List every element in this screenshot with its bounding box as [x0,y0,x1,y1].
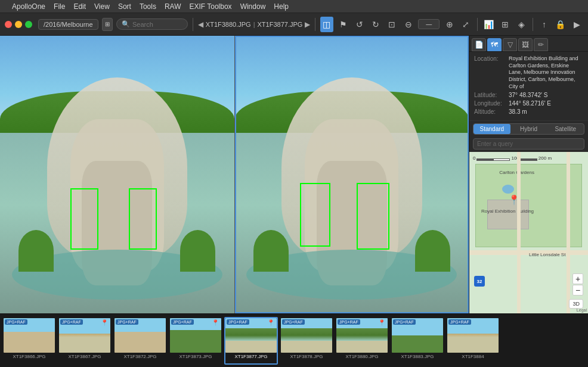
film-label-f3884: XT1F3884 [447,354,499,359]
film-badge-f3877: JPG+RAF [227,319,249,325]
path-label[interactable]: /2016/Melbourne [38,19,98,30]
filmstrip-item-f3872[interactable]: JPG+RAFXT1F3872.JPG [113,317,167,365]
map-location-pin: 📍 [508,194,520,206]
map-zoom-out[interactable]: − [572,285,583,296]
film-label-f3877: XT1F3877.JPG [225,354,277,359]
filmstrip-item-f3880[interactable]: JPG+RAF📍XT1F3880.JPG [335,317,389,365]
menu-tools[interactable]: Tools [136,1,160,12]
zoom-out-button[interactable]: ⊖ [402,17,414,32]
film-label-f3878: XT1F3878.JPG [281,354,332,359]
filmstrip-item-f3877[interactable]: JPG+RAF📍XT1F3877.JPG [224,317,278,365]
film-label-f3867: XT1F3867.JPG [59,354,110,359]
menu-sort[interactable]: Sort [114,1,135,12]
close-button[interactable] [5,21,12,28]
film-badge-f3872: JPG+RAF [116,319,138,325]
rp-tab-map[interactable]: 🗺 [487,38,502,51]
filename-display: ◀ XT1F3880.JPG | XT1F3877.JPG ▶ [198,20,311,29]
film-label-f3883: XT1F3883.JPG [392,354,443,359]
filmstrip-item-f3873[interactable]: JPG+RAF📍XT1F3873.JPG [169,317,222,365]
nav-right-arrow[interactable]: ▶ [305,20,310,29]
map-zoom-in[interactable]: + [572,273,583,284]
map-label-road: Little Lonsdale St [529,252,565,257]
longitude-value: 144° 58.2716′ E [509,100,551,107]
film-badge-f3866: JPG+RAF [5,319,27,325]
histogram-button[interactable]: 📊 [482,17,495,32]
map-3d-button[interactable]: 3D [569,299,583,309]
zoom-fit-button[interactable]: ⤢ [460,17,472,32]
rp-tab-doc[interactable]: 📄 [472,38,486,51]
current-filename-1: XT1F3880.JPG [206,21,251,28]
menu-file[interactable]: File [50,1,69,12]
latitude-label: Latitude: [474,92,509,98]
filmstrip-item-f3878[interactable]: JPG+RAFXT1F3878.JPG [280,317,333,365]
search-box: 🔍 [116,18,188,30]
location-label: Location: [474,55,509,90]
film-pin-f3880: 📍 [378,319,385,326]
rp-tab-pencil[interactable]: ✏ [534,38,548,51]
latitude-value: 37° 48.3742′ S [509,92,547,98]
search-icon: 🔍 [122,20,130,28]
menu-help[interactable]: Help [270,1,292,12]
film-thumb-f3880: JPG+RAF📍 [336,318,388,353]
traffic-lights [5,21,32,28]
flag-button[interactable]: ⚑ [337,17,349,32]
map-tab-satellite[interactable]: Satellite [547,124,584,134]
left-photo-panel[interactable] [0,36,235,313]
nav-left-arrow[interactable]: ◀ [198,20,203,29]
film-thumb-f3866: JPG+RAF [4,318,55,353]
rp-tab-photo[interactable]: 🖼 [518,38,533,51]
map-query-display: Enter a query [473,138,584,150]
video-button[interactable]: ▶ [571,17,583,32]
filmstrip-item-f3866[interactable]: JPG+RAFXT1F3866.JPG [2,317,56,365]
filmstrip-item-f3867[interactable]: JPG+RAF📍XT1F3867.JPG [58,317,112,365]
right-photo-panel[interactable] [235,36,469,313]
menu-edit[interactable]: Edit [70,1,89,12]
separator [193,18,193,31]
menu-raw[interactable]: RAW [161,1,185,12]
rp-tab-filter[interactable]: ▽ [503,38,517,51]
map-road-v2 [567,152,570,313]
filmstrip-item-f3884[interactable]: JPG+RAFXT1F3884 [446,317,500,365]
focus-peaking-button[interactable]: ◈ [515,17,528,32]
map-query-placeholder: Enter a query [477,141,513,147]
crop-button[interactable]: ⊡ [386,17,398,32]
rotate-left-button[interactable]: ↺ [353,17,366,32]
film-badge-f3873: JPG+RAF [171,319,194,325]
filmstrip: JPG+RAFXT1F3866.JPGJPG+RAF📍XT1F3867.JPGJ… [0,313,588,367]
film-label-f3866: XT1F3866.JPG [4,354,55,359]
menu-window[interactable]: Window [237,1,270,12]
film-badge-f3878: JPG+RAF [282,319,305,325]
film-badge-f3867: JPG+RAF [60,319,83,325]
image-viewer [0,36,469,313]
filmstrip-item-f3883[interactable]: JPG+RAFXT1F3883.JPG [391,317,444,365]
grid-overlay-button[interactable]: ⊞ [499,17,511,32]
menu-exif[interactable]: EXIF Toolbox [185,1,235,12]
separator-4 [533,18,533,31]
rotate-right-button[interactable]: ↻ [369,17,382,32]
menu-apolloone[interactable]: ApolloOne [8,1,49,12]
compare-view-button[interactable]: ◫ [320,17,333,32]
film-pin-f3877: 📍 [267,319,274,326]
map-tab-hybrid[interactable]: Hybrid [510,124,547,134]
altitude-value: 38.3 m [509,108,527,115]
map-highway-badge: 32 [474,276,485,287]
right-panel: 📄 🗺 ▽ 🖼 ✏ Location: Royal Exhibition Bui… [469,36,588,313]
separator-2 [315,18,315,31]
share-button[interactable]: ↑ [538,17,550,32]
map-tab-standard[interactable]: Standard [474,124,510,134]
search-input[interactable] [132,21,183,28]
menu-view[interactable]: View [91,1,113,12]
current-filename-2: XT1F3877.JPG [258,21,303,28]
film-badge-f3884: JPG+RAF [448,319,471,325]
film-label-f3872: XT1F3872.JPG [114,354,166,359]
zoom-level-display: — [418,19,440,29]
grid-view-button[interactable]: ⊞ [102,18,113,31]
map-area[interactable]: 0 100 200 m [469,152,588,313]
zoom-in-button[interactable]: ⊕ [443,17,456,32]
lock-button[interactable]: 🔒 [554,17,567,32]
map-type-tabs: Standard Hybrid Satellite [473,123,584,135]
minimize-button[interactable] [15,21,22,28]
map-scale-labels: 0 100 200 m [473,155,552,161]
maximize-button[interactable] [25,21,32,28]
map-legal: Legal [577,308,587,312]
